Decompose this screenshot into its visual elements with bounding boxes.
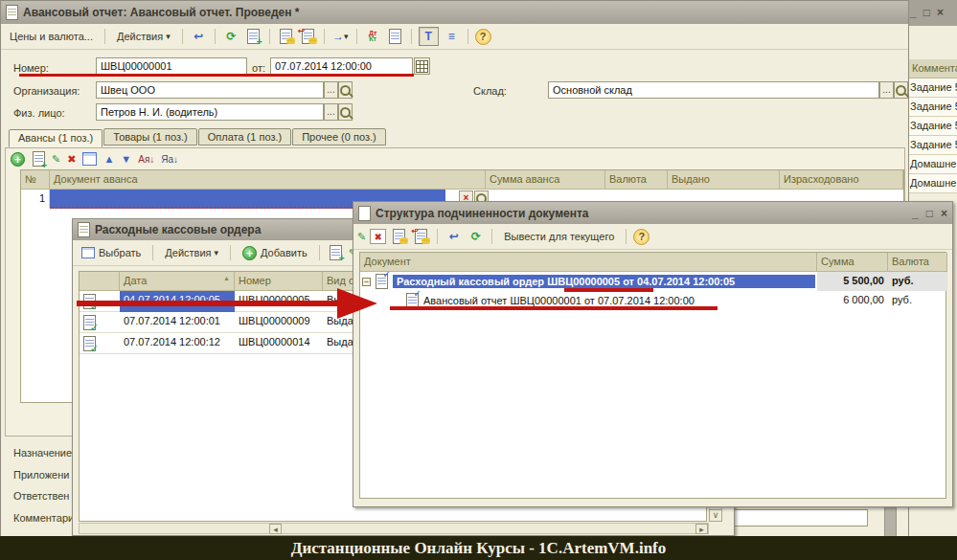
organization-select-button[interactable]: ... — [324, 81, 338, 99]
background-row[interactable]: Домашне — [908, 174, 957, 193]
dt-kt-icon[interactable]: ДтКт — [364, 28, 382, 45]
main-window-titlebar[interactable]: Авансовый отчет: Авансовый отчет. Провед… — [1, 1, 908, 24]
calendar-button[interactable] — [414, 57, 430, 75]
date-input[interactable]: 07.07.2014 12:00:00 — [270, 57, 413, 75]
rko-row-number[interactable]: ШВЦ00000009 — [235, 312, 323, 333]
rko-header-number[interactable]: Номер — [235, 272, 323, 291]
close-button[interactable]: × — [941, 207, 947, 220]
maximize-button[interactable]: □ — [926, 207, 933, 220]
rko-scroll-down-button[interactable]: ∨ — [709, 509, 722, 522]
sort-desc-icon[interactable]: Яа↓ — [161, 154, 178, 165]
unpost-document-icon[interactable]: ↩ — [412, 228, 430, 245]
separator — [411, 29, 412, 44]
main-vertical-scrollbar[interactable] — [884, 506, 897, 537]
background-row[interactable]: Задание 5 — [908, 98, 957, 117]
add-button[interactable]: + Добавить — [238, 244, 312, 262]
structure-window-title: Структура подчиненности документа — [376, 207, 588, 220]
refresh-icon[interactable]: ⟳ — [222, 28, 240, 45]
warehouse-select-button[interactable]: ... — [879, 81, 894, 99]
copy-row-icon[interactable]: + — [32, 150, 45, 168]
post-document-icon[interactable] — [390, 228, 408, 245]
help-icon[interactable]: ? — [633, 229, 649, 245]
document-icon — [6, 5, 18, 20]
rko-actions-button[interactable]: Действия ▾ — [160, 245, 223, 260]
sort-asc-icon[interactable]: Ая↓ — [138, 154, 154, 165]
person-select-button[interactable]: ... — [324, 103, 338, 121]
tab-other[interactable]: Прочее (0 поз.) — [292, 128, 385, 146]
structure-row-currency[interactable]: руб. — [888, 291, 947, 310]
show-for-current-button[interactable]: Вывести для текущего — [499, 229, 619, 244]
app-close-button[interactable]: × — [937, 6, 944, 19]
rko-header-date[interactable]: Дата ▲ — [120, 272, 235, 291]
rko-hscrollbar[interactable] — [79, 523, 709, 534]
structure-header-sum[interactable]: Сумма — [817, 253, 888, 272]
rko-row-date[interactable]: 07.07.2014 12:00:12 — [120, 333, 235, 354]
app-maximize-button[interactable]: □ — [923, 6, 930, 19]
copy-icon[interactable]: + — [327, 244, 345, 261]
move-down-icon[interactable]: ▼ — [121, 153, 131, 165]
rko-row-icon[interactable] — [80, 333, 120, 354]
rko-row-icon[interactable] — [80, 312, 120, 333]
rko-scroll-right-button[interactable]: ▸ — [695, 524, 708, 534]
write-icon[interactable]: ↩ — [444, 228, 463, 245]
delete-row-icon[interactable]: ✖ — [67, 153, 76, 166]
tab-advances[interactable]: Авансы (1 поз.) — [9, 129, 103, 147]
select-button[interactable]: Выбрать — [77, 245, 146, 260]
app-minimize-button[interactable]: _ — [910, 6, 917, 19]
warehouse-input[interactable]: Основной склад — [548, 81, 879, 99]
warehouse-open-button[interactable] — [894, 81, 908, 99]
unpost-document-icon[interactable]: ↩ — [299, 28, 317, 45]
annotation-underline-number — [19, 74, 414, 77]
organization-input[interactable]: Швец ООО — [96, 81, 324, 99]
post-document-icon[interactable] — [277, 28, 295, 45]
tab-goods[interactable]: Товары (1 поз.) — [103, 128, 196, 146]
add-icon: + — [242, 246, 257, 260]
structure-header-currency[interactable]: Валюта — [888, 253, 947, 272]
background-row[interactable]: Задание 5 — [908, 117, 957, 136]
person-open-button[interactable] — [338, 103, 353, 121]
column-header-sum[interactable]: Сумма аванса — [486, 170, 605, 190]
edit-icon[interactable]: ✎ — [357, 231, 366, 243]
help-icon[interactable]: ? — [475, 29, 491, 45]
column-header-issued[interactable]: Выдано — [668, 170, 780, 190]
minimize-button[interactable]: _ — [912, 207, 919, 220]
person-input[interactable]: Петров Н. И. (водитель) — [96, 103, 324, 121]
write-icon[interactable]: ↩ — [190, 28, 208, 45]
rko-header-icon-col[interactable] — [80, 272, 120, 291]
refresh-icon[interactable]: ⟳ — [467, 228, 485, 245]
edit-row-icon[interactable]: ✎ — [52, 153, 60, 166]
tab-payment[interactable]: Оплата (1 поз.) — [198, 128, 291, 146]
document-list-icon[interactable] — [386, 28, 404, 45]
structure-header-doc[interactable]: Документ — [360, 253, 817, 272]
end-edit-icon[interactable] — [82, 152, 97, 166]
rko-scroll-left-button[interactable]: ◂ — [269, 524, 282, 534]
copy-add-icon[interactable]: + — [244, 28, 262, 45]
tree-collapse-icon[interactable]: − — [362, 278, 371, 286]
structure-row-sum[interactable]: 6 000,00 — [817, 291, 888, 310]
column-header-spent[interactable]: Израсходовано — [780, 170, 903, 190]
go-to-icon[interactable]: →▾ — [331, 28, 350, 45]
add-row-icon[interactable]: + — [11, 152, 25, 167]
row-number-cell[interactable]: 1 — [21, 190, 50, 208]
rko-row-number[interactable]: ШВЦ00000014 — [235, 333, 323, 354]
rko-row-date[interactable]: 07.07.2014 12:00:01 — [120, 312, 235, 333]
mark-delete-icon[interactable]: ✖ — [370, 229, 386, 244]
column-header-doc[interactable]: Документ аванса — [50, 170, 486, 190]
move-up-icon[interactable]: ▲ — [103, 153, 114, 165]
structure-row-sum[interactable]: 5 500,00 — [817, 272, 888, 291]
organization-open-button[interactable] — [338, 81, 353, 99]
column-header-currency[interactable]: Валюта — [605, 170, 668, 190]
structure-window-titlebar[interactable]: Структура подчиненности документа _ □ × — [353, 202, 952, 224]
rows-icon[interactable]: ≡ — [443, 28, 461, 45]
background-column-header-comment[interactable]: Коммента — [908, 59, 957, 78]
actions-button[interactable]: Действия ▾ — [112, 29, 175, 44]
background-row[interactable]: Задание 5 — [908, 136, 957, 155]
column-header-num[interactable]: № — [21, 170, 50, 190]
structure-filter-icon[interactable]: Т — [419, 27, 439, 46]
number-input[interactable]: ШВЦ00000001 — [96, 57, 247, 75]
structure-row-currency[interactable]: руб. — [888, 272, 947, 291]
background-row[interactable]: Задание 5 — [908, 78, 957, 98]
background-row[interactable]: Домашне — [908, 155, 957, 174]
rko-window-title: Расходные кассовые ордера — [95, 223, 261, 236]
prices-currency-button[interactable]: Цены и валюта... — [5, 29, 98, 44]
